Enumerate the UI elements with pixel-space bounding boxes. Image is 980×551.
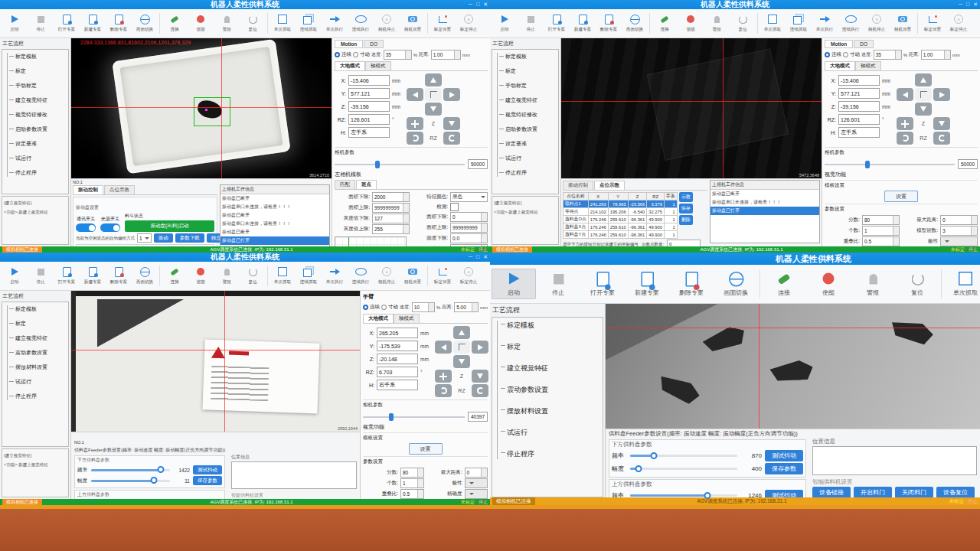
rz-input[interactable]: 126.601 xyxy=(348,114,390,125)
list-item[interactable]: 振动盘已断开 xyxy=(710,190,819,198)
toolbar-power-button[interactable]: 使能 xyxy=(188,14,214,33)
rz-input[interactable]: 126.601 xyxy=(838,114,880,125)
light-toggle[interactable] xyxy=(100,223,120,232)
sidebar-item[interactable]: 标定 xyxy=(507,342,601,352)
slider-thumb[interactable] xyxy=(635,465,642,472)
sidebar-item[interactable]: 视觉特征修改 xyxy=(505,111,557,119)
sidebar-item[interactable]: 建立视觉特征 xyxy=(505,96,557,104)
list-item[interactable]: 振动盘已断开 xyxy=(220,228,329,236)
toolbar-globe-button[interactable]: 画面切换 xyxy=(622,14,648,33)
toolbar-plug-button[interactable]: 连接 xyxy=(762,269,806,299)
feature-color-select[interactable]: 黑色 xyxy=(450,192,488,202)
toolbar-stop-circle-button[interactable]: 相机停止 xyxy=(374,266,400,285)
field-input[interactable]: 80 xyxy=(400,468,424,478)
tab-motion[interactable]: Motion xyxy=(335,40,363,48)
list-item[interactable]: 振动盘已断开 xyxy=(220,194,329,203)
toolbar-calib-button[interactable]: 标定设置 xyxy=(430,266,456,285)
field-input[interactable]: 3 xyxy=(940,226,978,236)
jog-origin-button[interactable] xyxy=(453,341,470,354)
camera-param-slider[interactable] xyxy=(825,164,955,165)
sidebar-item[interactable]: 视觉特征修改 xyxy=(15,111,67,119)
tab-axis-mode[interactable]: 轴模式 xyxy=(365,61,391,70)
freq-slider[interactable] xyxy=(630,494,737,497)
camera-info-list[interactable]: 上相机工作信息 振动盘已断开振动盘串口未连接，请检查！！！振动盘已打开 xyxy=(710,180,820,243)
test-shake-button[interactable]: 测试抖动 xyxy=(765,450,803,461)
maximize-button[interactable]: □ xyxy=(966,0,969,9)
x-input[interactable]: 265.205 xyxy=(377,328,418,338)
slider-thumb[interactable] xyxy=(650,452,657,459)
radio-jog[interactable]: 寸动 xyxy=(843,51,860,58)
toolbar-bell-button[interactable]: 警报 xyxy=(214,14,240,33)
toolbar-stop-circle-button[interactable]: 相机停止 xyxy=(864,14,890,33)
jog-origin-button[interactable] xyxy=(425,88,442,101)
toolbar-calib-button[interactable]: 标定设置 xyxy=(920,14,946,33)
rz-input[interactable]: 6.703 xyxy=(377,367,418,377)
sidebar-item[interactable]: 震动参数设置 xyxy=(15,349,67,357)
sidebar-item[interactable]: 摆放材料设置 xyxy=(15,364,67,371)
jog-up-button[interactable] xyxy=(915,73,932,86)
rz-ccw-button[interactable] xyxy=(435,384,452,397)
distance-input[interactable]: 1.00 xyxy=(921,50,951,60)
toolbar-doc-new-button[interactable]: 新建专案 xyxy=(80,266,106,285)
tab-do[interactable]: DO xyxy=(364,40,384,48)
field-input[interactable]: 255 xyxy=(372,224,410,234)
tab-world-mode[interactable]: 大地模式 xyxy=(825,61,855,70)
table-row[interactable]: 放料盘Y点176.246259.610-96.36149.9001 xyxy=(564,231,678,239)
dropdown-select[interactable] xyxy=(940,236,978,246)
jog-down-button[interactable] xyxy=(425,103,442,116)
toolbar-bell-button[interactable]: 警报 xyxy=(214,266,240,285)
delete-button[interactable]: 删除 xyxy=(679,215,693,225)
y-input[interactable]: 577.121 xyxy=(838,88,880,99)
field-input[interactable]: 999999999 xyxy=(450,223,488,233)
jog-right-button[interactable] xyxy=(472,341,488,354)
toolbar-play-button[interactable]: 启动 xyxy=(492,269,536,299)
sidebar-item[interactable]: 停止程序 xyxy=(507,449,601,459)
toolbar-play-button[interactable]: 启动 xyxy=(2,266,28,285)
jog-right-button[interactable] xyxy=(933,88,950,101)
list-item[interactable]: 振动盘已打开 xyxy=(220,236,329,245)
toolbar-reset-button[interactable]: 复位 xyxy=(730,14,756,33)
rz-cw-button[interactable] xyxy=(472,384,488,397)
sidebar-item[interactable]: 标定 xyxy=(15,67,67,75)
jog-left-button[interactable] xyxy=(897,88,913,101)
freq-slider[interactable] xyxy=(91,469,170,471)
toolbar-bell-button[interactable]: 警报 xyxy=(851,269,895,299)
table-row[interactable]: 放料盘X点176.246259.610-96.36149.9001 xyxy=(564,223,678,231)
template-set-button[interactable]: 设置 xyxy=(884,191,918,202)
sidebar-item[interactable]: 标定 xyxy=(505,67,557,75)
tab-vibration[interactable]: 振动控制 xyxy=(73,185,103,194)
sidebar-item[interactable]: 摆放材料设置 xyxy=(507,406,601,416)
toolbar-reset-button[interactable]: 复位 xyxy=(895,269,939,299)
radio-continuous[interactable]: 连续 xyxy=(335,51,351,58)
toolbar-ellipse-button[interactable]: 连续执行 xyxy=(838,14,864,33)
tab-blob[interactable]: 斑点 xyxy=(356,180,377,189)
field-input[interactable]: 1 xyxy=(862,226,900,236)
test-shake-button[interactable]: 测试抖动 xyxy=(193,465,222,474)
sidebar-item[interactable]: 停止程序 xyxy=(15,393,67,400)
toolbar-stop-button[interactable]: 停止 xyxy=(28,266,54,285)
vibration-start-button[interactable]: 振动盘(出料)启动 xyxy=(125,220,214,232)
toolbar-square-button[interactable]: 单次抓取 xyxy=(270,266,296,285)
freq-slider[interactable] xyxy=(630,455,737,457)
field-input[interactable]: 999999999 xyxy=(372,203,410,213)
maximize-button[interactable]: □ xyxy=(476,0,479,9)
field-input[interactable]: 2000 xyxy=(372,192,410,202)
titlebar[interactable]: 机器人柔性供料系统 ─ □ ✕ xyxy=(0,0,490,9)
list-item[interactable]: 振动盘已断开 xyxy=(220,211,329,220)
toolbar-camera-button[interactable]: 相机设置 xyxy=(400,266,426,285)
sidebar-item[interactable]: 试运行 xyxy=(15,378,67,386)
close-button[interactable]: ✕ xyxy=(973,0,978,9)
speed-input[interactable]: 35 xyxy=(384,50,412,60)
distance-input[interactable]: 1.00 xyxy=(431,50,461,60)
save-button[interactable]: 保存 xyxy=(679,204,693,214)
toolbar-squares-button[interactable]: 连续抓取 xyxy=(296,266,322,285)
minimize-button[interactable]: ─ xyxy=(469,0,472,9)
toolbar-doc-open-button[interactable]: 打开专案 xyxy=(54,14,80,33)
jog-left-button[interactable] xyxy=(435,341,452,354)
toolbar-doc-del-button[interactable]: 删除专案 xyxy=(669,269,714,299)
field-input[interactable]: 0 xyxy=(465,468,488,478)
toolbar-doc-open-button[interactable]: 打开专案 xyxy=(580,269,625,299)
amp-slider[interactable] xyxy=(630,468,737,470)
rz-ccw-button[interactable] xyxy=(897,132,913,145)
toolbar-doc-new-button[interactable]: 新建专案 xyxy=(570,14,596,33)
